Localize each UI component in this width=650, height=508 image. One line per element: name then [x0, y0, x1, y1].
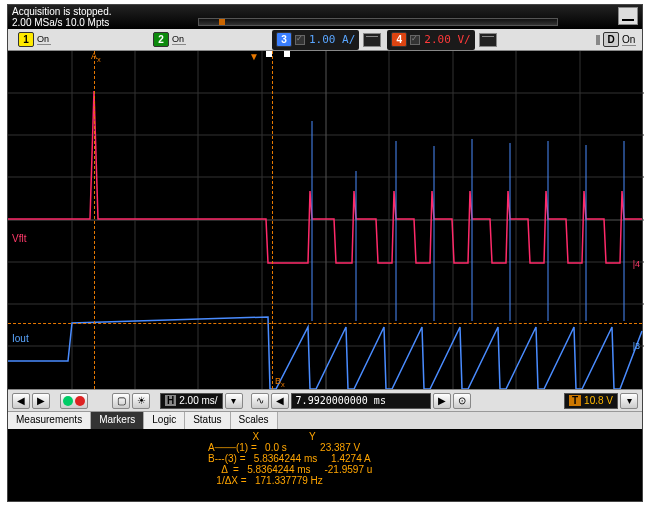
waveform-area[interactable]: Ax Bx ▼ Vflt Iout |4 |3 [8, 51, 642, 389]
delay-mode-icon[interactable]: ∿ [251, 393, 269, 409]
marker-2 [284, 51, 290, 57]
channel-bar: 1 On 2 On 3 1.00 A/ 4 2.00 V/ D On [8, 29, 642, 51]
tab-logic[interactable]: Logic [144, 412, 185, 429]
ch4-gnd-marker: |4 [633, 259, 640, 269]
intensity-icon[interactable]: ☀ [132, 393, 150, 409]
cursor-b[interactable]: Bx [272, 51, 273, 389]
run-stop-buttons[interactable] [60, 393, 88, 409]
channel-4-badge: 4 [391, 32, 407, 47]
acq-status: Acquisition is stopped. [12, 6, 112, 17]
tab-measurements[interactable]: Measurements [8, 412, 91, 429]
tab-status[interactable]: Status [185, 412, 230, 429]
delay-left-icon[interactable]: ◀ [271, 393, 289, 409]
channel-1-button[interactable]: 1 On [12, 30, 57, 50]
tab-scales[interactable]: Scales [231, 412, 278, 429]
channel-2-button[interactable]: 2 On [147, 30, 192, 50]
marker-results: X Y A───(1) = 0.0 s 23.387 V B---(3) = 5… [8, 429, 642, 485]
ch3-label: Iout [12, 333, 29, 344]
delay-reset-icon[interactable]: ⊙ [453, 393, 471, 409]
results-row-freq: 1/ΔX = 171.337779 Hz [208, 475, 642, 486]
ch4-label: Vflt [12, 233, 26, 244]
timebase-down-icon[interactable]: ▾ [225, 393, 243, 409]
channel-4-scale: 2.00 V/ [424, 33, 470, 46]
trigger-marker: ▼ [249, 51, 259, 62]
waveforms [8, 51, 644, 389]
ch3-coupling-icon[interactable] [363, 33, 381, 47]
channel-4-checkbox[interactable] [410, 35, 420, 45]
trigger-down-icon[interactable]: ▾ [620, 393, 638, 409]
channel-3-badge: 3 [276, 32, 292, 47]
channel-3-scale: 1.00 A/ [309, 33, 355, 46]
marker-1 [266, 51, 272, 57]
channel-4-button[interactable]: 4 2.00 V/ [387, 30, 474, 50]
tab-markers[interactable]: Markers [91, 412, 144, 429]
cursor-a[interactable]: Ax [94, 51, 95, 389]
status-bar: Acquisition is stopped. 2.00 MSa/s 10.0 … [8, 5, 642, 29]
channel-3-checkbox[interactable] [295, 35, 305, 45]
nav-right-icon[interactable]: ▶ [32, 393, 50, 409]
tab-bar: Measurements Markers Logic Status Scales [8, 411, 642, 429]
memory-scrollbar[interactable] [198, 18, 558, 26]
results-header: X Y [208, 431, 642, 442]
nav-left-icon[interactable]: ◀ [12, 393, 30, 409]
results-row-delta: Δ = 5.8364244 ms -21.9597 u [208, 464, 642, 475]
minimize-button[interactable] [618, 7, 638, 25]
channel-3-button[interactable]: 3 1.00 A/ [272, 30, 359, 50]
ch4-coupling-icon[interactable] [479, 33, 497, 47]
zoom-fit-icon[interactable]: ▢ [112, 393, 130, 409]
sample-rate: 2.00 MSa/s 10.0 Mpts [12, 17, 109, 28]
channel-2-badge: 2 [153, 32, 169, 47]
delay-right-icon[interactable]: ▶ [433, 393, 451, 409]
delay-value[interactable]: 7.9920000000 ms [291, 393, 431, 409]
cursor-ay[interactable] [8, 323, 642, 324]
trigger-level[interactable]: T10.8 V [564, 393, 618, 409]
control-bar: ◀ ▶ ▢ ☀ H2.00 ms/ ▾ ∿ ◀ 7.9920000000 ms … [8, 389, 642, 411]
timebase-h-label: H2.00 ms/ [160, 393, 223, 409]
ch3-gnd-marker: |3 [633, 341, 640, 351]
results-row-a: A───(1) = 0.0 s 23.387 V [208, 442, 642, 453]
channel-1-badge: 1 [18, 32, 34, 47]
results-row-b: B---(3) = 5.8364244 ms 1.4274 A [208, 453, 642, 464]
digital-button[interactable]: D On [596, 32, 636, 47]
